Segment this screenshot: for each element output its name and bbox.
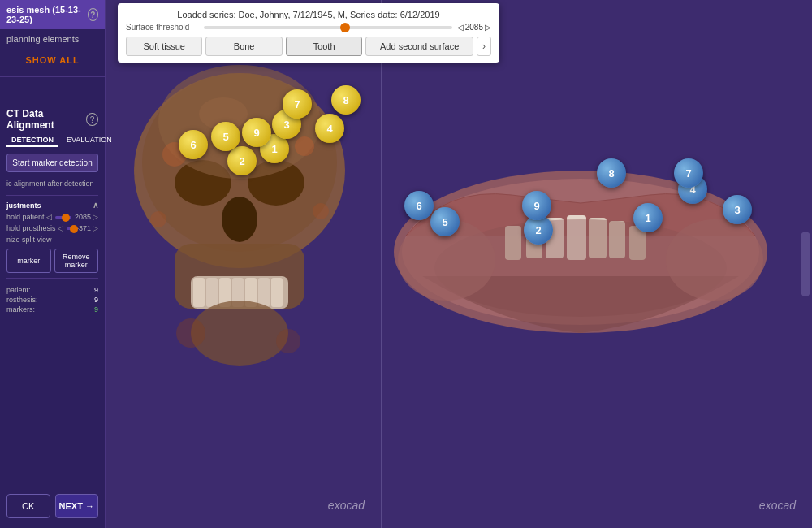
tabs-row: DETECTION EVALUATION: [6, 134, 98, 147]
svg-rect-13: [271, 278, 283, 307]
skull-marker-2[interactable]: 2: [227, 146, 257, 175]
threshold-prosthesis-right-arrow[interactable]: ▷: [93, 224, 98, 232]
back-button[interactable]: CK: [6, 494, 50, 518]
skull-marker-9[interactable]: 9: [242, 118, 271, 147]
svg-point-34: [666, 219, 763, 301]
threshold-patient-slider[interactable]: [55, 216, 71, 219]
tab-detection[interactable]: DETECTION: [6, 134, 58, 147]
left-viewport[interactable]: 1 2 3 4 5 6 7 8 9 exocad: [106, 0, 382, 528]
right-viewport[interactable]: 1 2 3 4 5 6 7 8 9 exocad: [382, 0, 812, 528]
svg-point-18: [295, 136, 314, 156]
svg-point-22: [276, 329, 300, 353]
svg-point-21: [176, 318, 205, 348]
markers-label: markers:: [6, 305, 35, 314]
tab-evaluation[interactable]: EVALUATION: [62, 134, 117, 147]
threshold-slider[interactable]: [204, 26, 452, 29]
threshold-patient-right-arrow[interactable]: ▷: [93, 213, 98, 221]
threshold-prosthesis-value: -371: [76, 224, 91, 232]
add-marker-button[interactable]: marker: [6, 249, 51, 273]
planning-elements-label: planning elements: [6, 34, 79, 44]
threshold-prosthesis-row: hold prosthesis ◁ -371 ▷: [6, 224, 98, 232]
bottom-buttons: CK NEXT →: [6, 494, 98, 518]
panel-title: CT Data Alignment: [6, 108, 86, 131]
stats-table: patient: 9 rosthesis: 9 markers: 9: [6, 285, 98, 314]
skull-marker-4[interactable]: 4: [315, 114, 344, 143]
right-edge-indicator: [801, 232, 810, 296]
patient-label: patient:: [6, 286, 31, 294]
teeth-marker-7[interactable]: 7: [674, 158, 703, 188]
threshold-patient-row: hold patient ◁ 2085 ▷: [6, 213, 98, 221]
stats-prosthesis-row: rosthesis: 9: [6, 295, 98, 305]
skull-marker-7[interactable]: 7: [283, 89, 312, 119]
teeth-marker-8[interactable]: 8: [597, 158, 626, 188]
threshold-label: Surface threshold: [126, 23, 199, 32]
threshold-prosthesis-left-arrow[interactable]: ◁: [58, 224, 63, 232]
threshold-row: Surface threshold ◁ 2085 ▷: [126, 23, 491, 32]
exocad-label-right: exocad: [759, 499, 796, 512]
add-second-surface-button[interactable]: Add second surface: [365, 37, 473, 56]
stats-patient-row: patient: 9: [6, 285, 98, 295]
mesh-label: esis mesh (15-13-23-25): [6, 5, 88, 24]
teeth-marker-5[interactable]: 5: [430, 207, 460, 236]
alignment-option: ic alignment after detection: [6, 177, 98, 190]
main-area: 1 2 3 4 5 6 7 8 9 exocad: [106, 0, 812, 528]
prosthesis-label: rosthesis:: [6, 296, 38, 304]
skull-marker-8[interactable]: 8: [331, 85, 361, 115]
adjustments-chevron[interactable]: ∧: [93, 201, 98, 210]
threshold-patient-left-arrow[interactable]: ◁: [46, 213, 52, 221]
remove-marker-button[interactable]: Remove marker: [54, 249, 99, 273]
svg-rect-8: [206, 278, 218, 307]
teeth-visualization: [382, 89, 780, 414]
threshold-thumb: [340, 23, 350, 32]
exocad-label-left: exocad: [328, 499, 365, 512]
threshold-prosthesis-label: hold prosthesis: [6, 224, 56, 232]
svg-point-20: [313, 203, 329, 219]
expand-button[interactable]: ›: [477, 37, 491, 56]
threshold-left-arrow[interactable]: ◁: [457, 23, 464, 32]
panel-help-icon[interactable]: ?: [86, 113, 98, 126]
skull-visualization: [110, 57, 369, 431]
teeth-marker-3[interactable]: 3: [723, 195, 752, 224]
skull-marker-6[interactable]: 6: [179, 130, 208, 159]
threshold-number: 2085: [465, 23, 483, 32]
surface-threshold-popup: Loaded series: Doe, Johnny, 7/12/1945, M…: [118, 3, 499, 63]
adjustments-section: justments ∧: [6, 201, 98, 210]
svg-point-4: [222, 197, 257, 242]
threshold-prosthesis-thumb: [70, 225, 78, 233]
popup-patient-info: Loaded series: Doe, Johnny, 7/12/1945, M…: [126, 10, 491, 19]
threshold-patient-thumb: [62, 214, 70, 222]
soft-tissue-button[interactable]: Soft tissue: [126, 37, 202, 56]
prosthesis-value: 9: [94, 296, 98, 304]
surface-buttons-row: Soft tissue Bone Tooth Add second surfac…: [126, 37, 491, 56]
help-icon[interactable]: ?: [88, 8, 98, 21]
threshold-right-arrow[interactable]: ▷: [485, 23, 491, 32]
threshold-patient-value: 2085: [75, 213, 91, 221]
patient-value: 9: [94, 286, 98, 294]
planning-elements-row: planning elements: [0, 29, 105, 49]
skull-marker-5[interactable]: 5: [211, 122, 240, 151]
show-all-button[interactable]: SHOW ALL: [0, 49, 105, 71]
mesh-header: esis mesh (15-13-23-25) ?: [0, 0, 105, 29]
threshold-patient-label: hold patient: [6, 213, 45, 221]
teeth-marker-6[interactable]: 6: [404, 191, 434, 220]
tooth-button[interactable]: Tooth: [286, 37, 362, 56]
start-marker-detection-button[interactable]: Start marker detection: [6, 154, 98, 172]
threshold-prosthesis-slider[interactable]: [67, 227, 73, 230]
panel-title-row: CT Data Alignment ?: [6, 108, 98, 131]
ct-alignment-panel: CT Data Alignment ? DETECTION EVALUATION…: [0, 102, 105, 321]
minimize-split-view: nize split view: [6, 236, 98, 244]
stats-markers-row: markers: 9: [6, 305, 98, 314]
bone-button[interactable]: Bone: [205, 37, 282, 56]
svg-rect-12: [258, 278, 270, 307]
teeth-marker-1[interactable]: 1: [633, 203, 663, 232]
svg-rect-7: [193, 278, 205, 307]
marker-buttons-row: marker Remove marker: [6, 249, 98, 273]
markers-value: 9: [94, 305, 98, 314]
svg-point-19: [150, 211, 166, 227]
teeth-marker-9[interactable]: 9: [522, 191, 551, 220]
threshold-value-display: ◁ 2085 ▷: [457, 23, 491, 32]
sidebar: esis mesh (15-13-23-25) ? planning eleme…: [0, 0, 106, 528]
next-button[interactable]: NEXT →: [55, 494, 99, 518]
